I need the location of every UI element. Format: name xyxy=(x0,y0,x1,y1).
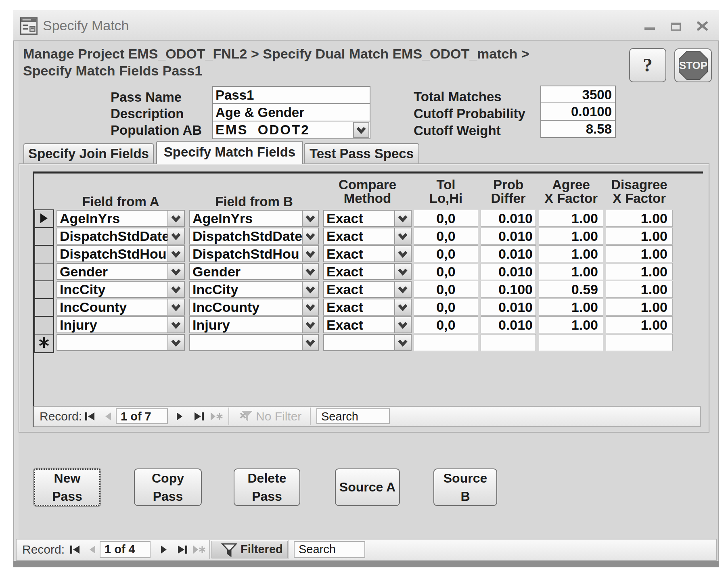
svg-text:STOP: STOP xyxy=(679,59,707,71)
